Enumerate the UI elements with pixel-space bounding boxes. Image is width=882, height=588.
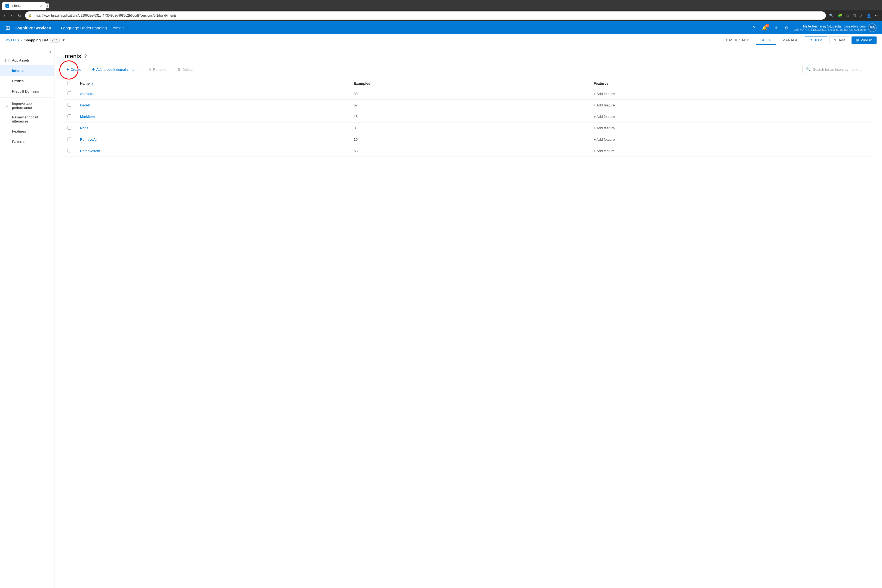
more-options-icon[interactable]: ⋯ — [874, 12, 880, 19]
sidebar-item-improve[interactable]: ≡ Improve app performance — [0, 99, 54, 112]
user-avatar[interactable]: MR — [868, 23, 876, 32]
add-feature-button[interactable]: + Add feature — [594, 138, 615, 141]
sidebar-label-review: Review endpoint utterances — [12, 115, 50, 123]
create-plus-icon: + — [66, 67, 69, 72]
row-checkbox-cell — [63, 123, 76, 134]
add-prebuilt-button[interactable]: + Add prebuilt domain intent — [89, 65, 141, 74]
nav-tabs: DASHBOARD BUILD MANAGE ⟳ Train ✎ Test ⊞ … — [722, 36, 876, 45]
sidebar-label-patterns: Patterns — [12, 140, 25, 144]
train-button[interactable]: ⟳ Train — [805, 36, 827, 44]
sidebar-item-app-assets[interactable]: ◫ App Assets — [0, 55, 54, 65]
browser-tab[interactable]: L Intents ✕ — [2, 2, 46, 10]
add-feature-button[interactable]: + Add feature — [594, 92, 615, 96]
version-badge[interactable]: v0.1 — [50, 38, 60, 43]
search-icon[interactable]: 🔍 — [828, 12, 835, 19]
add-feature-button[interactable]: + Add feature — [594, 126, 615, 130]
breadcrumb-parent[interactable]: My LUIS — [6, 38, 19, 42]
intent-name-link[interactable]: RemoveItem — [80, 149, 100, 153]
user-info: Malte.Reimann@studentambassadors.com AUT… — [794, 23, 876, 32]
page-title: Intents — [63, 53, 81, 60]
tab-dashboard[interactable]: DASHBOARD — [722, 36, 754, 44]
sidebar-label-prebuilt: Prebuilt Domains — [12, 89, 39, 93]
row-checkbox[interactable] — [68, 137, 71, 141]
address-bar[interactable]: 🔒 https://www.luis.ai/applications/d9106… — [25, 11, 826, 20]
add-feature-button[interactable]: + Add feature — [594, 103, 615, 107]
version-dropdown-icon[interactable]: ▼ — [62, 38, 65, 42]
emoji-button[interactable]: ☺ — [773, 24, 779, 31]
search-magnifier-icon: 🔍 — [806, 67, 811, 72]
delete-icon: 🗑 — [177, 68, 181, 72]
settings-button[interactable]: ⚙ — [784, 24, 790, 32]
intent-name-link[interactable]: GetAll — [80, 103, 90, 107]
search-input[interactable] — [813, 68, 870, 72]
favorites-icon[interactable]: ☆ — [845, 12, 851, 19]
publish-button[interactable]: ⊞ Publish — [852, 36, 876, 44]
table-row: RemoveItem 53 + Add feature — [63, 146, 873, 157]
sidebar-item-entities[interactable]: Entities — [0, 76, 54, 86]
row-checkbox[interactable] — [68, 92, 71, 95]
tab-favicon: L — [6, 4, 9, 8]
sort-ascending-icon[interactable]: ↑ — [92, 82, 93, 85]
sidebar-item-review[interactable]: Review endpoint utterances — [0, 112, 54, 126]
row-checkbox-cell — [63, 111, 76, 123]
app-assets-icon: ◫ — [4, 58, 9, 63]
intent-name-link[interactable]: RemoveAll — [80, 138, 97, 141]
rename-button[interactable]: ⊟ Rename — [145, 66, 170, 73]
user-profile-icon[interactable]: 👤 — [866, 12, 872, 19]
secondary-nav: My LUIS / Shopping List v0.1 ▼ DASHBOARD… — [0, 34, 882, 46]
create-button[interactable]: + Create — [63, 65, 84, 74]
row-checkbox-cell — [63, 146, 76, 157]
notification-count: 11 — [765, 24, 769, 27]
help-button[interactable]: ? — [752, 24, 756, 31]
collapse-icon: ‹‹ — [48, 50, 51, 54]
row-examples-cell: 10 — [349, 134, 590, 146]
collections-icon[interactable]: □ — [852, 12, 856, 19]
app-header-left: ⊞ Cognitive Services | Language Understa… — [6, 24, 124, 31]
search-box: 🔍 — [802, 66, 873, 73]
sidebar-item-prebuilt-domains[interactable]: Prebuilt Domains — [0, 86, 54, 96]
browser-tab-bar: L Intents ✕ + — [0, 0, 882, 10]
forward-button[interactable]: › — [9, 12, 14, 19]
train-icon: ⟳ — [810, 38, 813, 42]
user-email: Malte.Reimann@studentambassadors.com — [794, 24, 866, 28]
app-header: ⊞ Cognitive Services | Language Understa… — [0, 21, 882, 34]
row-checkbox-cell — [63, 88, 76, 100]
breadcrumb: My LUIS / Shopping List v0.1 ▼ — [6, 38, 65, 43]
sidebar-collapse-button[interactable]: ‹‹ — [0, 48, 54, 55]
back-button[interactable]: ‹ — [2, 12, 7, 19]
url-text: https://www.luis.ai/applications/d9106da… — [34, 14, 823, 17]
tab-manage[interactable]: MANAGE — [778, 36, 803, 44]
add-feature-button[interactable]: + Add feature — [594, 149, 615, 153]
page-help-icon[interactable]: ? — [84, 54, 87, 59]
test-button[interactable]: ✎ Test — [829, 36, 850, 44]
features-icon — [4, 129, 9, 134]
sidebar-item-patterns[interactable]: Patterns — [0, 136, 54, 147]
tab-build[interactable]: BUILD — [756, 36, 776, 45]
table-row: RemoveAll 10 + Add feature — [63, 134, 873, 146]
sidebar-label-intents: Intents — [12, 69, 24, 73]
extensions-icon[interactable]: 🧩 — [837, 12, 843, 19]
sidebar-item-intents[interactable]: Intents — [0, 65, 54, 76]
content-toolbar: + Create + Add prebuilt domain intent ⊟ … — [63, 65, 873, 74]
intent-name-link[interactable]: AddItem — [80, 92, 93, 96]
row-checkbox[interactable] — [68, 114, 71, 118]
add-feature-button[interactable]: + Add feature — [594, 115, 615, 119]
sidebar-item-features[interactable]: Features — [0, 126, 54, 136]
row-checkbox[interactable] — [68, 148, 71, 153]
content-area: Intents ? + Create + Add prebuilt domain… — [54, 46, 882, 588]
intents-table: Name ↑ Examples Features — [63, 79, 873, 157]
notifications-button[interactable]: 🔔 11 — [761, 24, 768, 32]
delete-button[interactable]: 🗑 Delete — [174, 66, 196, 73]
row-checkbox[interactable] — [68, 126, 71, 130]
publish-label: Publish — [861, 38, 872, 42]
test-label: Test — [838, 38, 845, 42]
select-all-checkbox[interactable] — [68, 81, 71, 85]
intent-name-link[interactable]: MarkItem — [80, 115, 95, 119]
row-name-cell: RemoveAll — [76, 134, 349, 146]
reload-button[interactable]: ↻ — [16, 12, 23, 20]
share-icon[interactable]: ↗ — [858, 12, 864, 19]
intent-name-link[interactable]: None — [80, 126, 88, 130]
row-checkbox[interactable] — [68, 103, 71, 107]
close-tab-icon[interactable]: ✕ — [40, 4, 42, 8]
new-tab-button[interactable]: + — [46, 3, 49, 9]
